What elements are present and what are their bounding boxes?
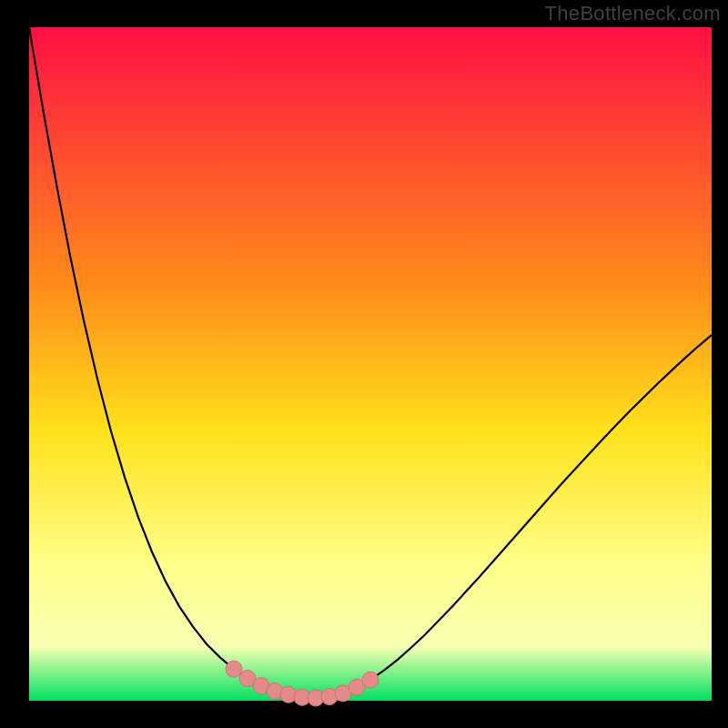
chart-container: { "watermark": "TheBottleneck.com", "col… — [0, 0, 728, 728]
valley-marker — [362, 672, 379, 688]
plot-area — [29, 27, 712, 701]
valley-marker — [226, 661, 242, 677]
watermark-text: TheBottleneck.com — [545, 2, 721, 25]
bottleneck-chart — [0, 0, 728, 728]
